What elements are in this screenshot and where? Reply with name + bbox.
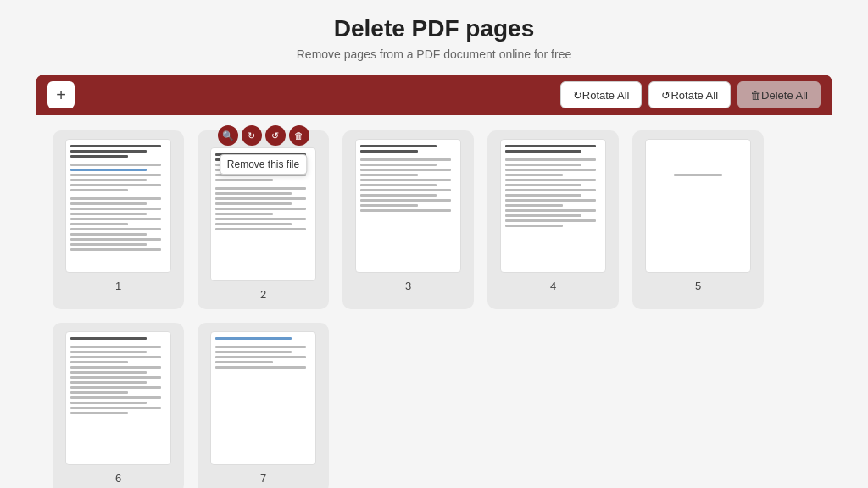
page-card-4[interactable]: 4 [487, 130, 619, 309]
page-number-2: 2 [260, 288, 266, 301]
remove-file-tooltip: Remove this file [220, 154, 307, 175]
page-card-6[interactable]: 6 [53, 323, 184, 488]
page-2-actions: 🔍 ↻ ↺ 🗑 [218, 125, 309, 146]
page-number-6: 6 [115, 472, 121, 485]
zoom-icon[interactable]: 🔍 [218, 125, 238, 146]
page-card-7[interactable]: 7 [198, 323, 329, 488]
pages-area: 1 🔍 ↻ ↺ 🗑 Remove this file [36, 115, 832, 488]
page-number-4: 4 [550, 280, 556, 292]
page-card-1[interactable]: 1 [53, 130, 184, 309]
add-file-button[interactable]: + [47, 81, 75, 108]
page-card-3[interactable]: 3 [342, 130, 474, 309]
page-number-7: 7 [260, 472, 266, 485]
page-subtitle: Remove pages from a PDF document online … [297, 47, 572, 61]
page-thumb-1 [65, 139, 171, 273]
delete-all-button[interactable]: 🗑Delete All [737, 81, 821, 108]
page-thumb-7 [210, 331, 316, 465]
main-container: + ↻Rotate All ↺Rotate All 🗑Delete All [36, 75, 832, 488]
pages-grid: 1 🔍 ↻ ↺ 🗑 Remove this file [53, 130, 815, 488]
rotate-all-cw-button[interactable]: ↻Rotate All [560, 81, 643, 108]
page-thumb-6 [65, 331, 171, 465]
page-title: Delete PDF pages [334, 15, 535, 42]
rotate-ccw-icon[interactable]: ↺ [265, 125, 286, 146]
page-card-2[interactable]: 🔍 ↻ ↺ 🗑 Remove this file [198, 130, 329, 309]
page-thumb-3 [355, 139, 461, 273]
page-number-3: 3 [405, 280, 411, 292]
toolbar: + ↻Rotate All ↺Rotate All 🗑Delete All [36, 75, 832, 115]
toolbar-right: ↻Rotate All ↺Rotate All 🗑Delete All [560, 81, 821, 108]
delete-icon[interactable]: 🗑 [289, 125, 309, 146]
page-number-5: 5 [695, 280, 701, 292]
page-card-5[interactable]: 5 [632, 130, 764, 309]
rotate-cw-icon[interactable]: ↻ [242, 125, 262, 146]
page-number-1: 1 [115, 280, 121, 292]
page-thumb-4 [500, 139, 606, 273]
rotate-all-ccw-button[interactable]: ↺Rotate All [648, 81, 731, 108]
page-thumb-5 [645, 139, 751, 273]
